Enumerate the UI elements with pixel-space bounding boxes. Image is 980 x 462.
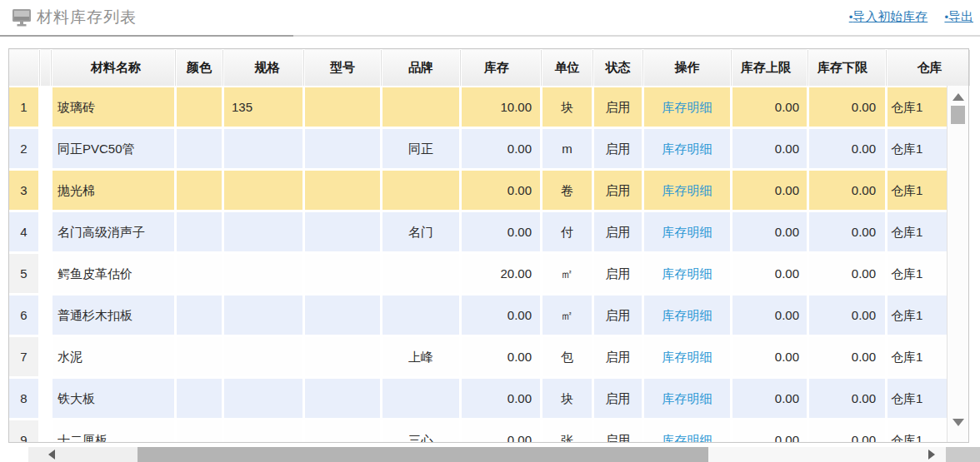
color-cell	[177, 171, 222, 210]
row-selector-cell[interactable]	[41, 420, 50, 442]
row-selector-cell[interactable]	[41, 296, 50, 335]
scroll-right-button[interactable]	[918, 447, 946, 462]
column-header-wh[interactable]: 仓库	[888, 49, 968, 86]
stock-upper-limit-cell: 0.00	[732, 254, 807, 293]
model-cell	[305, 379, 380, 418]
table-row[interactable]: 7 水泥 上峰 0.00 包 启用 库存明细 0.00 0.00 仓库1	[9, 337, 947, 376]
stock-cell: 0.00	[462, 379, 540, 418]
row-selector-cell[interactable]	[41, 254, 50, 293]
column-header-action[interactable]: 操作	[644, 49, 730, 86]
stock-detail-link[interactable]: 库存明细	[644, 337, 730, 376]
color-cell	[177, 87, 222, 127]
color-cell	[177, 337, 222, 376]
color-cell	[177, 254, 222, 293]
status-cell: 启用	[594, 129, 642, 168]
model-cell	[305, 87, 380, 127]
table-row[interactable]: 2 同正PVC50管 同正 0.00 m 启用 库存明细 0.00 0.00 仓…	[9, 129, 947, 168]
horizontal-scrollbar[interactable]	[28, 447, 980, 462]
row-number-cell: 2	[9, 129, 38, 168]
stock-detail-link[interactable]: 库存明细	[644, 296, 730, 335]
spec-cell	[224, 254, 302, 293]
table-row[interactable]: 9 十二厘板 三心 0.00 张 启用 库存明细 0.00 0.00 仓库1	[9, 420, 947, 442]
brand-cell: 三心	[382, 420, 459, 442]
table-header-row: 材料名称颜色规格型号品牌库存单位状态操作库存上限库存下限仓库	[9, 49, 968, 86]
export-link[interactable]: •导出	[944, 9, 973, 23]
column-header-spec[interactable]: 规格	[224, 49, 302, 86]
table-row[interactable]: 6 普通杉木扣板 0.00 ㎡ 启用 库存明细 0.00 0.00 仓库1	[9, 296, 947, 335]
warehouse-cell: 仓库1	[888, 379, 947, 418]
row-selector-cell[interactable]	[41, 379, 50, 418]
model-cell	[305, 171, 380, 210]
horizontal-scrollbar-track[interactable]	[708, 447, 918, 462]
stock-detail-link[interactable]: 库存明细	[644, 129, 730, 168]
stock-cell: 0.00	[462, 171, 540, 210]
stock-cell: 0.00	[462, 296, 540, 335]
model-cell	[305, 129, 380, 168]
material-name-cell: 名门高级消声子	[52, 212, 174, 251]
stock-upper-limit-cell: 0.00	[732, 212, 807, 251]
title-underline-active	[0, 35, 293, 37]
warehouse-cell: 仓库1	[888, 254, 947, 293]
monitor-icon	[12, 7, 32, 27]
stock-detail-link[interactable]: 库存明细	[644, 254, 730, 293]
scroll-right-icon	[928, 450, 935, 460]
status-cell: 启用	[594, 212, 642, 251]
stock-detail-link[interactable]: 库存明细	[644, 212, 730, 251]
scroll-up-icon[interactable]	[952, 93, 964, 101]
column-header-unit[interactable]: 单位	[542, 49, 592, 86]
column-header-upper[interactable]: 库存上限	[732, 49, 807, 86]
row-selector-cell[interactable]	[41, 337, 50, 376]
model-cell	[305, 212, 380, 251]
column-header-color[interactable]: 颜色	[177, 49, 222, 86]
import-initial-stock-link[interactable]: •导入初始库存	[849, 9, 928, 23]
color-cell	[177, 420, 222, 442]
table-rows: 1 玻璃砖 135 10.00 块 启用 库存明细 0.00 0.00 仓库1 …	[9, 86, 947, 442]
column-header-name[interactable]: 材料名称	[52, 49, 174, 86]
vertical-scrollbar[interactable]	[947, 86, 968, 442]
scroll-down-icon[interactable]	[952, 419, 964, 426]
stock-lower-limit-cell: 0.00	[809, 171, 885, 210]
material-name-cell: 铁大板	[52, 379, 174, 418]
row-number-cell: 9	[9, 420, 38, 442]
column-header-lower[interactable]: 库存下限	[809, 49, 885, 86]
vertical-scrollbar-thumb[interactable]	[951, 106, 965, 124]
row-selector-cell[interactable]	[41, 212, 50, 251]
scroll-left-button[interactable]	[28, 447, 75, 462]
horizontal-scrollbar-thumb[interactable]	[138, 447, 708, 462]
inventory-grid: 材料名称颜色规格型号品牌库存单位状态操作库存上限库存下限仓库 1 玻璃砖 135…	[8, 48, 969, 443]
brand-cell	[382, 87, 459, 127]
warehouse-cell: 仓库1	[888, 212, 947, 251]
column-header-sel[interactable]	[41, 49, 50, 86]
color-cell	[177, 212, 222, 251]
column-header-model[interactable]: 型号	[305, 49, 380, 86]
column-header-brand[interactable]: 品牌	[382, 49, 459, 86]
warehouse-cell: 仓库1	[888, 337, 947, 376]
horizontal-scrollbar-track[interactable]	[75, 447, 138, 462]
stock-cell: 0.00	[462, 337, 540, 376]
row-number-cell: 8	[9, 379, 38, 418]
stock-detail-link[interactable]: 库存明细	[644, 87, 730, 127]
stock-detail-link[interactable]: 库存明细	[644, 171, 730, 210]
column-header-num[interactable]	[9, 49, 38, 86]
table-row[interactable]: 3 抛光棉 0.00 卷 启用 库存明细 0.00 0.00 仓库1	[9, 171, 947, 210]
stock-detail-link[interactable]: 库存明细	[644, 420, 730, 442]
warehouse-cell: 仓库1	[888, 129, 947, 168]
table-row[interactable]: 1 玻璃砖 135 10.00 块 启用 库存明细 0.00 0.00 仓库1	[9, 87, 947, 127]
stock-cell: 20.00	[462, 254, 540, 293]
unit-cell: 块	[542, 379, 592, 418]
column-header-status[interactable]: 状态	[594, 49, 642, 86]
stock-upper-limit-cell: 0.00	[732, 87, 807, 127]
stock-upper-limit-cell: 0.00	[732, 337, 807, 376]
row-selector-cell[interactable]	[41, 129, 50, 168]
table-row[interactable]: 5 鳄鱼皮革估价 20.00 ㎡ 启用 库存明细 0.00 0.00 仓库1	[9, 254, 947, 293]
stock-detail-link[interactable]: 库存明细	[644, 379, 730, 418]
row-selector-cell[interactable]	[41, 171, 50, 210]
table-row[interactable]: 4 名门高级消声子 名门 0.00 付 启用 库存明细 0.00 0.00 仓库…	[9, 212, 947, 251]
material-name-cell: 普通杉木扣板	[52, 296, 174, 335]
table-row[interactable]: 8 铁大板 0.00 块 启用 库存明细 0.00 0.00 仓库1	[9, 379, 947, 418]
unit-cell: 块	[542, 87, 592, 127]
row-selector-cell[interactable]	[41, 87, 50, 127]
spec-cell	[224, 171, 302, 210]
spec-cell	[224, 129, 302, 168]
column-header-stock[interactable]: 库存	[462, 49, 540, 86]
